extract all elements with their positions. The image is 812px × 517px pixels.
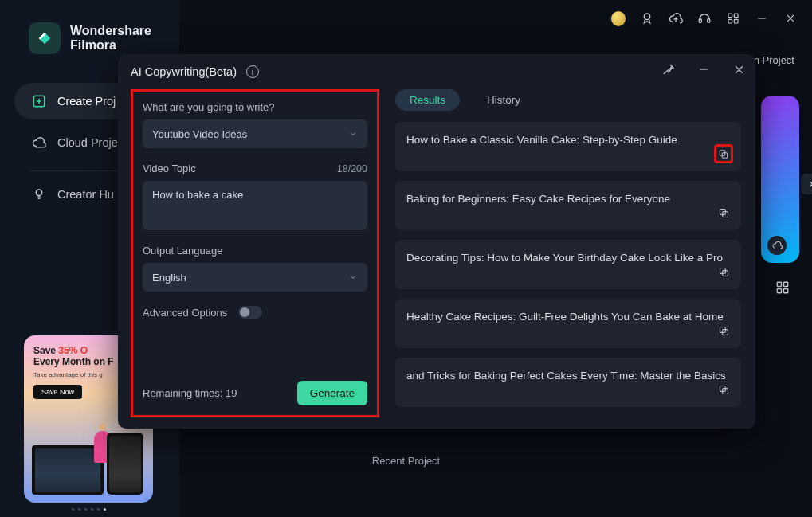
result-item[interactable]: and Tricks for Baking Perfect Cakes Ever… bbox=[395, 358, 741, 407]
modal-minimize-button[interactable] bbox=[693, 59, 714, 80]
cloud-upload-icon[interactable] bbox=[669, 11, 683, 25]
copy-button[interactable] bbox=[714, 144, 733, 163]
modal-close-button[interactable] bbox=[728, 59, 749, 80]
brand-name: Wondershare Filmora bbox=[70, 24, 151, 53]
result-text: Healthy Cake Recipes: Guilt-Free Delight… bbox=[406, 310, 730, 324]
info-icon[interactable]: i bbox=[246, 65, 259, 78]
window-minimize-button[interactable] bbox=[755, 11, 769, 25]
char-counter: 18/200 bbox=[337, 163, 367, 174]
copy-button[interactable] bbox=[714, 380, 733, 399]
copy-button[interactable] bbox=[714, 203, 733, 222]
copy-button[interactable] bbox=[714, 262, 733, 281]
svg-rect-2 bbox=[708, 19, 710, 23]
result-text: How to Bake a Classic Vanilla Cake: Step… bbox=[406, 133, 730, 147]
view-grid-icon[interactable] bbox=[775, 280, 791, 296]
svg-rect-4 bbox=[734, 14, 738, 18]
svg-rect-5 bbox=[728, 19, 732, 23]
profile-badge-icon[interactable] bbox=[611, 11, 626, 25]
svg-point-0 bbox=[644, 14, 650, 20]
nav-label: Cloud Proje bbox=[57, 136, 118, 149]
write-type-select[interactable]: Youtube Video Ideas bbox=[143, 119, 367, 148]
chevron-down-icon bbox=[348, 272, 358, 282]
output-language-select[interactable]: English bbox=[143, 263, 367, 292]
output-language-label: Output Language bbox=[143, 245, 367, 257]
remaining-times-label: Remaining times: 19 bbox=[143, 387, 237, 399]
tab-results[interactable]: Results bbox=[395, 89, 460, 111]
write-type-label: What are you going to write? bbox=[143, 101, 367, 113]
result-item[interactable]: Baking for Beginners: Easy Cake Recipes … bbox=[395, 181, 741, 230]
app-logo: Wondershare Filmora bbox=[0, 22, 179, 54]
recent-projects-header: Recent Project bbox=[0, 453, 812, 468]
svg-rect-3 bbox=[728, 14, 732, 18]
copywriting-results-panel: Results History How to Bake a Classic Va… bbox=[395, 89, 743, 417]
ai-copywriting-modal: AI Copywriting(Beta) i What are you goin… bbox=[118, 54, 755, 429]
generate-button[interactable]: Generate bbox=[297, 381, 367, 405]
result-text: Decorating Tips: How to Make Your Birthd… bbox=[406, 251, 730, 265]
window-titlebar bbox=[611, 0, 812, 32]
carousel-next-button[interactable] bbox=[801, 174, 812, 194]
copy-button[interactable] bbox=[714, 321, 733, 340]
results-list: How to Bake a Classic Vanilla Cake: Step… bbox=[395, 122, 743, 407]
result-item[interactable]: How to Bake a Classic Vanilla Cake: Step… bbox=[395, 122, 741, 171]
svg-rect-15 bbox=[784, 282, 788, 286]
modal-header: AI Copywriting(Beta) i bbox=[118, 54, 755, 89]
result-item[interactable]: Healthy Cake Recipes: Guilt-Free Delight… bbox=[395, 299, 741, 348]
video-topic-input[interactable]: How to bake a cake bbox=[143, 181, 367, 230]
svg-rect-1 bbox=[699, 19, 701, 23]
video-topic-label: Video Topic bbox=[143, 163, 196, 174]
cloud-tile-icon[interactable] bbox=[767, 236, 787, 255]
results-tabs: Results History bbox=[395, 89, 743, 111]
lightbulb-icon bbox=[32, 187, 46, 202]
tab-history[interactable]: History bbox=[473, 89, 535, 111]
recent-project-label: Recent Project bbox=[372, 455, 440, 467]
video-topic-value: How to bake a cake bbox=[152, 189, 243, 201]
svg-rect-6 bbox=[734, 19, 738, 23]
svg-rect-16 bbox=[777, 289, 781, 293]
window-close-button[interactable] bbox=[783, 11, 798, 25]
medal-icon[interactable] bbox=[640, 11, 654, 25]
right-preview-strip bbox=[759, 57, 799, 264]
promo-carousel-dots[interactable] bbox=[72, 508, 106, 511]
svg-point-13 bbox=[36, 190, 42, 196]
promo-cta-button[interactable]: Save Now bbox=[33, 385, 82, 399]
copywriting-input-panel: What are you going to write? Youtube Vid… bbox=[131, 89, 379, 417]
svg-rect-14 bbox=[777, 282, 781, 286]
pin-icon[interactable] bbox=[658, 59, 679, 80]
advanced-options-toggle[interactable] bbox=[238, 306, 262, 319]
nav-label: Creator Hu bbox=[57, 188, 114, 201]
headset-icon[interactable] bbox=[697, 11, 712, 25]
svg-rect-17 bbox=[784, 289, 788, 293]
cloud-icon bbox=[32, 135, 46, 150]
result-text: Baking for Beginners: Easy Cake Recipes … bbox=[406, 192, 730, 206]
output-language-value: English bbox=[152, 272, 186, 284]
result-item[interactable]: Decorating Tips: How to Make Your Birthd… bbox=[395, 240, 741, 289]
modal-title: AI Copywriting(Beta) bbox=[131, 65, 237, 78]
logo-mark-icon bbox=[29, 22, 61, 54]
nav-label: Create Proj bbox=[57, 95, 116, 108]
result-text: and Tricks for Baking Perfect Cakes Ever… bbox=[406, 369, 730, 383]
write-type-value: Youtube Video Ideas bbox=[152, 128, 247, 140]
chevron-down-icon bbox=[348, 129, 358, 139]
advanced-options-label: Advanced Options bbox=[143, 307, 227, 319]
plus-square-icon bbox=[32, 94, 46, 108]
apps-grid-icon[interactable] bbox=[726, 11, 740, 25]
